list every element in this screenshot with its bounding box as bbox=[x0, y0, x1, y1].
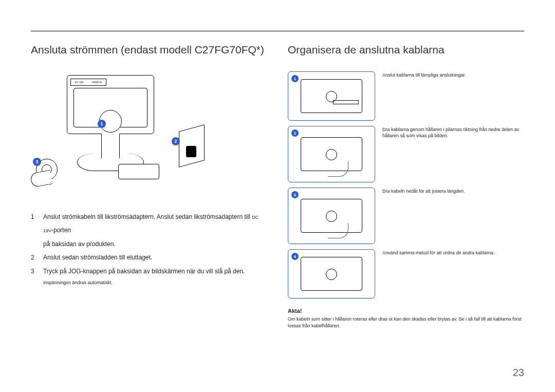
thumb-3-cable bbox=[328, 223, 348, 238]
thumb-4-monitor bbox=[301, 257, 362, 291]
right-heading: Organisera de anslutna kablarna bbox=[288, 44, 524, 56]
thumb-2-badge: 2 bbox=[291, 129, 299, 137]
step-1-line2: på baksidan av produkten. bbox=[43, 240, 116, 248]
two-column-layout: Ansluta strömmen (endast modell C27FG70F… bbox=[31, 44, 524, 329]
step-3-number: 3 bbox=[31, 265, 38, 278]
thumb-1-badge: 1 bbox=[291, 75, 299, 82]
step-2: 2 Anslut sedan strömsladden till eluttag… bbox=[31, 251, 267, 264]
step-1-line1: Anslut strömkabeln till likströmsadapter… bbox=[43, 213, 250, 220]
thumb-3-mount bbox=[326, 211, 337, 222]
thumb-1-monitor bbox=[301, 79, 362, 113]
power-plug-icon bbox=[186, 146, 196, 157]
thumb-3-badge: 3 bbox=[291, 191, 299, 198]
thumb-2-cable bbox=[328, 161, 348, 177]
port-dc-label: DC 19V bbox=[75, 81, 84, 84]
thumb-1-ports bbox=[333, 100, 359, 104]
step-2-text: Anslut sedan strömsladden till eluttaget… bbox=[43, 251, 267, 264]
step-3: 3 Tryck på JOG-knappen på baksidan av bi… bbox=[31, 265, 267, 278]
power-connection-illustration: DC 19V HDMI IN 1 2 3 bbox=[36, 71, 211, 200]
dc-adapter-brick bbox=[118, 164, 159, 179]
thumb-row-1: 1 Anslut kablarna till lämpliga anslutni… bbox=[288, 71, 524, 121]
thumb-2-mount bbox=[326, 149, 337, 160]
steps-list: 1 Anslut strömkabeln till likströmsadapt… bbox=[31, 210, 267, 278]
step-1-number: 1 bbox=[31, 210, 38, 251]
caution-title: Akta! bbox=[288, 308, 524, 314]
thumb-3-monitor bbox=[301, 199, 362, 233]
caution-note: Akta! Om kabeln som sitter i hållaren ro… bbox=[288, 308, 524, 329]
monitor-rear-outline: DC 19V HDMI IN bbox=[67, 75, 154, 134]
step-1-text: Anslut strömkabeln till likströmsadapter… bbox=[43, 210, 267, 251]
thumb-2: 2 bbox=[288, 126, 375, 182]
thumb-4-caption: Använd samma metod för att ordna de andr… bbox=[382, 249, 495, 256]
thumb-row-4: 4 Använd samma metod för att ordna de an… bbox=[288, 249, 524, 298]
page-number: 23 bbox=[513, 367, 524, 379]
left-column: Ansluta strömmen (endast modell C27FG70F… bbox=[31, 44, 267, 329]
cable-org-thumbnails: 1 Anslut kablarna till lämpliga anslutni… bbox=[288, 71, 524, 298]
thumb-row-3: 3 Dra kabeln nedåt för att justera längd… bbox=[288, 188, 524, 244]
step-1-suffix: -porten bbox=[51, 227, 71, 234]
left-heading: Ansluta strömmen (endast modell C27FG70F… bbox=[31, 44, 267, 56]
port-label-box: DC 19V HDMI IN bbox=[70, 79, 106, 86]
thumb-4-mount bbox=[326, 269, 337, 280]
thumb-1-caption: Anslut kablarna till lämpliga anslutning… bbox=[382, 71, 466, 79]
manual-page: Ansluta strömmen (endast modell C27FG70F… bbox=[0, 0, 555, 392]
caution-body: Om kabeln som sitter i hållaren roteras … bbox=[288, 316, 524, 329]
thumb-3: 3 bbox=[288, 188, 375, 244]
thumb-row-2: 2 Dra kablarna genom hållaren i pilarnas… bbox=[288, 126, 524, 182]
hand-press-icon bbox=[30, 170, 52, 188]
callout-3: 3 bbox=[33, 158, 41, 166]
voltage-footnote: Inspänningen ändras automatiskt. bbox=[43, 280, 267, 285]
thumb-2-monitor bbox=[301, 137, 362, 171]
thumb-3-caption: Dra kabeln nedåt för att justera längden… bbox=[382, 188, 465, 195]
right-column: Organisera de anslutna kablarna 1 Anslut… bbox=[288, 44, 524, 329]
callout-2: 2 bbox=[172, 137, 180, 145]
thumb-4: 4 bbox=[288, 249, 375, 298]
thumb-2-caption: Dra kablarna genom hållaren i pilarnas r… bbox=[382, 126, 524, 139]
step-3-text: Tryck på JOG-knappen på baksidan av bild… bbox=[43, 265, 267, 278]
top-rule bbox=[31, 31, 524, 31]
thumb-4-badge: 4 bbox=[291, 253, 299, 260]
port-hdmi-label: HDMI IN bbox=[92, 81, 102, 84]
callout-1: 1 bbox=[98, 120, 106, 128]
step-2-number: 2 bbox=[31, 251, 38, 264]
thumb-1: 1 bbox=[288, 71, 375, 121]
step-1: 1 Anslut strömkabeln till likströmsadapt… bbox=[31, 210, 267, 251]
